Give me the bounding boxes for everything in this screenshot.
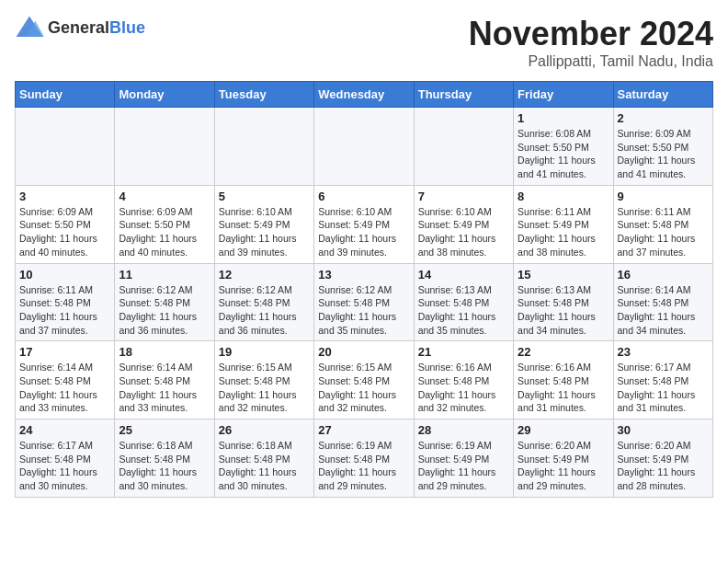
calendar-cell: 16Sunrise: 6:14 AMSunset: 5:48 PMDayligh…: [613, 263, 712, 341]
day-info: Sunrise: 6:12 AMSunset: 5:48 PMDaylight:…: [119, 283, 210, 338]
calendar-cell: 3Sunrise: 6:09 AMSunset: 5:50 PMDaylight…: [16, 185, 115, 263]
day-number: 7: [418, 190, 509, 203]
day-number: 12: [219, 268, 310, 282]
calendar-cell: 25Sunrise: 6:18 AMSunset: 5:48 PMDayligh…: [115, 419, 214, 498]
day-info: Sunrise: 6:10 AMSunset: 5:49 PMDaylight:…: [219, 205, 310, 259]
day-number: 5: [219, 190, 310, 203]
calendar-cell: 2Sunrise: 6:09 AMSunset: 5:50 PMDaylight…: [613, 108, 712, 186]
weekday-header-wednesday: Wednesday: [314, 82, 414, 108]
day-info: Sunrise: 6:18 AMSunset: 5:48 PMDaylight:…: [219, 439, 310, 493]
day-info: Sunrise: 6:13 AMSunset: 5:48 PMDaylight:…: [418, 283, 509, 338]
calendar-cell: 12Sunrise: 6:12 AMSunset: 5:48 PMDayligh…: [214, 263, 313, 341]
calendar-cell: 6Sunrise: 6:10 AMSunset: 5:49 PMDaylight…: [314, 185, 414, 263]
day-number: 1: [518, 111, 609, 125]
day-number: 19: [219, 345, 310, 359]
calendar-cell: 29Sunrise: 6:20 AMSunset: 5:49 PMDayligh…: [514, 419, 613, 498]
day-number: 21: [418, 345, 509, 359]
day-number: 20: [318, 345, 409, 359]
day-number: 17: [19, 345, 110, 359]
day-number: 13: [318, 268, 409, 282]
calendar-cell: 22Sunrise: 6:16 AMSunset: 5:48 PMDayligh…: [514, 341, 613, 419]
main-title: November 2024: [469, 15, 713, 53]
day-number: 22: [518, 345, 609, 359]
day-info: Sunrise: 6:18 AMSunset: 5:48 PMDaylight:…: [119, 439, 210, 493]
day-number: 4: [119, 190, 210, 203]
day-number: 10: [19, 268, 110, 282]
calendar-cell: [414, 108, 513, 186]
calendar-week-row: 3Sunrise: 6:09 AMSunset: 5:50 PMDaylight…: [16, 185, 713, 263]
calendar-cell: [115, 108, 214, 186]
calendar-cell: 18Sunrise: 6:14 AMSunset: 5:48 PMDayligh…: [115, 341, 214, 419]
day-info: Sunrise: 6:14 AMSunset: 5:48 PMDaylight:…: [618, 283, 709, 338]
weekday-header-friday: Friday: [514, 82, 613, 108]
calendar-cell: 14Sunrise: 6:13 AMSunset: 5:48 PMDayligh…: [414, 263, 513, 341]
calendar-cell: 4Sunrise: 6:09 AMSunset: 5:50 PMDaylight…: [115, 185, 214, 263]
day-info: Sunrise: 6:20 AMSunset: 5:49 PMDaylight:…: [518, 439, 609, 493]
calendar-cell: 7Sunrise: 6:10 AMSunset: 5:49 PMDaylight…: [414, 185, 513, 263]
day-number: 26: [219, 423, 310, 437]
day-info: Sunrise: 6:19 AMSunset: 5:49 PMDaylight:…: [418, 439, 509, 493]
calendar-cell: 21Sunrise: 6:16 AMSunset: 5:48 PMDayligh…: [414, 341, 513, 419]
day-info: Sunrise: 6:16 AMSunset: 5:48 PMDaylight:…: [518, 361, 609, 415]
day-info: Sunrise: 6:20 AMSunset: 5:49 PMDaylight:…: [618, 439, 709, 493]
day-info: Sunrise: 6:15 AMSunset: 5:48 PMDaylight:…: [219, 361, 310, 415]
day-info: Sunrise: 6:09 AMSunset: 5:50 PMDaylight:…: [119, 205, 210, 259]
calendar-cell: 26Sunrise: 6:18 AMSunset: 5:48 PMDayligh…: [214, 419, 313, 498]
day-info: Sunrise: 6:10 AMSunset: 5:49 PMDaylight:…: [418, 205, 509, 259]
calendar-week-row: 24Sunrise: 6:17 AMSunset: 5:48 PMDayligh…: [16, 419, 713, 498]
day-info: Sunrise: 6:14 AMSunset: 5:48 PMDaylight:…: [119, 361, 210, 415]
day-info: Sunrise: 6:17 AMSunset: 5:48 PMDaylight:…: [618, 361, 709, 415]
day-number: 23: [618, 345, 709, 359]
day-number: 30: [618, 423, 709, 437]
day-info: Sunrise: 6:14 AMSunset: 5:48 PMDaylight:…: [19, 361, 110, 415]
day-number: 11: [119, 268, 210, 282]
calendar-cell: 28Sunrise: 6:19 AMSunset: 5:49 PMDayligh…: [414, 419, 513, 498]
day-info: Sunrise: 6:11 AMSunset: 5:48 PMDaylight:…: [19, 283, 110, 338]
day-number: 8: [518, 190, 609, 203]
day-info: Sunrise: 6:12 AMSunset: 5:48 PMDaylight:…: [219, 283, 310, 338]
day-number: 6: [318, 190, 409, 203]
calendar-cell: 24Sunrise: 6:17 AMSunset: 5:48 PMDayligh…: [16, 419, 115, 498]
day-info: Sunrise: 6:10 AMSunset: 5:49 PMDaylight:…: [318, 205, 409, 259]
calendar-cell: 17Sunrise: 6:14 AMSunset: 5:48 PMDayligh…: [16, 341, 115, 419]
calendar-week-row: 10Sunrise: 6:11 AMSunset: 5:48 PMDayligh…: [16, 263, 713, 341]
logo-general: General: [48, 18, 109, 37]
calendar-header: SundayMondayTuesdayWednesdayThursdayFrid…: [16, 82, 713, 108]
day-number: 28: [418, 423, 509, 437]
day-number: 2: [618, 111, 709, 125]
calendar-cell: 19Sunrise: 6:15 AMSunset: 5:48 PMDayligh…: [214, 341, 313, 419]
calendar-cell: 11Sunrise: 6:12 AMSunset: 5:48 PMDayligh…: [115, 263, 214, 341]
day-info: Sunrise: 6:11 AMSunset: 5:49 PMDaylight:…: [518, 205, 609, 259]
calendar-cell: 20Sunrise: 6:15 AMSunset: 5:48 PMDayligh…: [314, 341, 414, 419]
day-number: 15: [518, 268, 609, 282]
weekday-header-sunday: Sunday: [16, 82, 115, 108]
calendar-cell: 30Sunrise: 6:20 AMSunset: 5:49 PMDayligh…: [613, 419, 712, 498]
calendar-body: 1Sunrise: 6:08 AMSunset: 5:50 PMDaylight…: [16, 108, 713, 498]
day-info: Sunrise: 6:12 AMSunset: 5:48 PMDaylight:…: [318, 283, 409, 338]
day-number: 3: [19, 190, 110, 203]
calendar-cell: 1Sunrise: 6:08 AMSunset: 5:50 PMDaylight…: [514, 108, 613, 186]
day-number: 18: [119, 345, 210, 359]
day-info: Sunrise: 6:17 AMSunset: 5:48 PMDaylight:…: [19, 439, 110, 493]
day-info: Sunrise: 6:09 AMSunset: 5:50 PMDaylight:…: [19, 205, 110, 259]
calendar-table: SundayMondayTuesdayWednesdayThursdayFrid…: [15, 81, 713, 498]
calendar-cell: [16, 108, 115, 186]
calendar-cell: 10Sunrise: 6:11 AMSunset: 5:48 PMDayligh…: [16, 263, 115, 341]
calendar-cell: [214, 108, 313, 186]
day-info: Sunrise: 6:15 AMSunset: 5:48 PMDaylight:…: [318, 361, 409, 415]
weekday-header-saturday: Saturday: [613, 82, 712, 108]
day-info: Sunrise: 6:09 AMSunset: 5:50 PMDaylight:…: [618, 127, 709, 181]
page-header: GeneralBlue November 2024 Pallippatti, T…: [15, 15, 713, 70]
day-number: 14: [418, 268, 509, 282]
calendar-cell: [314, 108, 414, 186]
day-info: Sunrise: 6:08 AMSunset: 5:50 PMDaylight:…: [518, 127, 609, 181]
day-number: 27: [318, 423, 409, 437]
logo: GeneralBlue: [15, 15, 145, 40]
weekday-header-tuesday: Tuesday: [214, 82, 313, 108]
day-info: Sunrise: 6:11 AMSunset: 5:48 PMDaylight:…: [618, 205, 709, 259]
day-info: Sunrise: 6:13 AMSunset: 5:48 PMDaylight:…: [518, 283, 609, 338]
calendar-cell: 9Sunrise: 6:11 AMSunset: 5:48 PMDaylight…: [613, 185, 712, 263]
day-number: 9: [618, 190, 709, 203]
logo-icon: [15, 15, 44, 40]
day-number: 24: [19, 423, 110, 437]
